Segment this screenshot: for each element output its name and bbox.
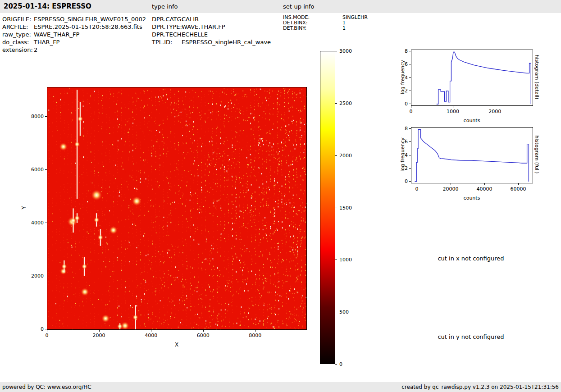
tick-label: 6 <box>405 61 408 67</box>
metadata-row: DPR.CATG:CALIB <box>152 15 271 23</box>
histogram-detail-xlabel: counts <box>464 118 480 123</box>
tick-label: 2 <box>405 87 408 93</box>
tick-label: 2000 <box>31 273 44 278</box>
tick-label: 1500 <box>339 205 352 210</box>
metadata-label: ARCFILE: <box>2 23 34 31</box>
colorbar <box>320 51 335 364</box>
histogram-full-xlabel: counts <box>464 195 480 201</box>
tick-label: 4000 <box>145 333 157 338</box>
metadata-value: CALIB <box>182 15 199 23</box>
metadata-label: extension: <box>2 46 34 54</box>
tick-mark <box>409 141 411 142</box>
tick-mark <box>409 77 411 78</box>
footer-created-by: created by qc_rawdisp.py v1.2.3 on 2025-… <box>401 382 559 392</box>
metadata-column-setup: INS.MODE:SINGLEHRDET.BINX:1DET.BINY:1 <box>283 15 368 31</box>
tick-mark <box>409 128 411 129</box>
tick-label: 8000 <box>249 333 261 338</box>
tick-mark <box>409 168 411 169</box>
tick-mark <box>484 183 485 185</box>
histogram-line <box>415 130 529 182</box>
tick-label: 0 <box>405 101 408 107</box>
qc-report-page: 2025-01-14: ESPRESSO type info set-up in… <box>0 0 561 392</box>
tick-mark <box>409 51 411 51</box>
metadata-column-type: DPR.CATG:CALIBDPR.TYPE:WAVE,THAR,FPDPR.T… <box>152 15 271 46</box>
metadata-column-file: ORIGFILE:ESPRESSO_SINGLEHR_WAVE015_0002A… <box>2 15 146 54</box>
metadata-label: do_class: <box>2 38 34 46</box>
tick-mark <box>495 106 495 108</box>
tick-mark <box>45 223 47 223</box>
metadata-value: ESPRESSO_SINGLEHR_WAVE015_0002 <box>34 15 146 23</box>
metadata-row: DPR.TYPE:WAVE,THAR,FP <box>152 23 271 31</box>
tick-label: 4000 <box>31 219 44 225</box>
histogram-full-plot <box>411 127 533 183</box>
tick-label: 2000 <box>339 152 352 158</box>
tick-mark <box>45 169 47 170</box>
tick-mark <box>417 183 417 185</box>
y-axis-label: Y <box>21 206 27 209</box>
metadata-value: ECHELLE <box>182 31 208 38</box>
histogram-full-canvas <box>411 128 533 183</box>
setup-info-heading: set-up info <box>283 0 315 13</box>
metadata-label: DPR.CATG: <box>152 15 182 23</box>
metadata-label: DPR.TYPE: <box>152 23 182 31</box>
tick-mark <box>335 155 337 156</box>
tick-label: 6000 <box>31 166 44 172</box>
metadata-row: ORIGFILE:ESPRESSO_SINGLEHR_WAVE015_0002 <box>2 15 146 23</box>
tick-mark <box>99 330 100 332</box>
tick-label: 2 <box>405 165 408 171</box>
histogram-line <box>437 52 531 105</box>
metadata-row: DET.BINY:1 <box>283 26 368 31</box>
metadata-value: 2 <box>34 46 37 54</box>
metadata-label: DET.BINY: <box>283 26 342 31</box>
tick-label: 2000 <box>93 333 105 338</box>
tick-mark <box>335 364 337 365</box>
histogram-detail-canvas <box>411 50 533 105</box>
tick-label: 0 <box>415 186 419 192</box>
tick-mark <box>518 183 519 185</box>
tick-mark <box>151 330 151 332</box>
tick-mark <box>47 330 47 332</box>
metadata-row: ARCFILE:ESPRE.2025-01-15T20:58:28.663.fi… <box>2 23 146 31</box>
tick-label: 6000 <box>197 333 210 338</box>
tick-label: 20000 <box>443 186 459 192</box>
detector-image <box>47 87 306 329</box>
tick-mark <box>45 116 47 117</box>
metadata-row: extension:2 <box>2 46 146 54</box>
metadata-value: THAR_FP <box>34 38 59 46</box>
tick-label: 60000 <box>510 186 526 192</box>
metadata-label: DPR.TECH: <box>152 31 182 38</box>
tick-mark <box>255 330 255 332</box>
tick-mark <box>409 64 411 64</box>
histogram-detail-plot <box>411 50 533 106</box>
tick-label: 2500 <box>339 100 352 106</box>
metadata-row: do_class:THAR_FP <box>2 38 146 46</box>
tick-mark <box>409 181 411 182</box>
tick-mark <box>411 106 411 108</box>
tick-label: 0 <box>405 178 408 184</box>
tick-label: 4 <box>405 74 408 80</box>
detector-image-plot <box>47 87 307 330</box>
histogram-full-title: histogram (full) <box>534 136 540 174</box>
tick-label: 8 <box>405 48 408 54</box>
tick-mark <box>335 260 337 260</box>
x-axis-label: X <box>175 342 178 348</box>
tick-label: 0 <box>41 326 44 332</box>
tick-label: 8000 <box>31 113 44 119</box>
tick-mark <box>45 329 47 329</box>
tick-label: 0 <box>339 361 342 367</box>
metadata-value: 1 <box>342 26 346 31</box>
cut-y-note: cut in y not configured <box>438 333 504 340</box>
metadata-label: raw_type: <box>2 31 34 38</box>
tick-mark <box>335 103 337 104</box>
tick-label: 6 <box>405 139 408 145</box>
tick-mark <box>203 330 204 332</box>
tick-label: 8 <box>405 126 408 132</box>
tick-label: 0 <box>46 333 49 338</box>
tick-label: 40000 <box>476 186 492 192</box>
page-title: 2025-01-14: ESPRESSO <box>4 0 91 13</box>
tick-mark <box>335 51 337 51</box>
metadata-value: WAVE,THAR,FP <box>182 23 225 31</box>
metadata-value: ESPRE.2025-01-15T20:58:28.663.fits <box>34 23 142 31</box>
tick-label: 4 <box>405 152 408 158</box>
metadata-row: raw_type:WAVE_THAR_FP <box>2 31 146 38</box>
